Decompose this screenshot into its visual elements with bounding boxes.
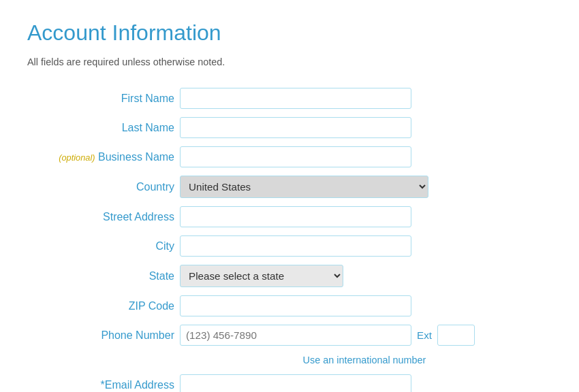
intl-number-row: Use an international number bbox=[27, 350, 552, 370]
first-name-row: First Name bbox=[27, 84, 552, 113]
first-name-label: First Name bbox=[121, 93, 174, 104]
business-name-input[interactable] bbox=[180, 146, 411, 167]
zip-code-row: ZIP Code bbox=[27, 291, 552, 321]
city-row: City bbox=[27, 231, 552, 261]
state-row: State Please select a state Alabama Alas… bbox=[27, 261, 552, 291]
country-row: Country United States Canada United King… bbox=[27, 172, 552, 202]
business-name-label: Business Name bbox=[98, 151, 174, 163]
zip-code-label: ZIP Code bbox=[129, 300, 174, 312]
zip-code-input[interactable] bbox=[180, 295, 411, 316]
street-address-label: Street Address bbox=[103, 211, 174, 223]
last-name-input[interactable] bbox=[180, 117, 411, 138]
email-input[interactable] bbox=[180, 374, 411, 392]
intl-number-link[interactable]: Use an international number bbox=[303, 355, 426, 365]
email-label: *Email Address bbox=[101, 379, 175, 391]
city-label: City bbox=[155, 240, 174, 252]
ext-input[interactable] bbox=[437, 325, 475, 346]
city-input[interactable] bbox=[180, 235, 411, 257]
country-select[interactable]: United States Canada United Kingdom Aust… bbox=[180, 176, 428, 198]
phone-input[interactable] bbox=[180, 325, 411, 346]
phone-row: Ext bbox=[180, 325, 549, 346]
state-label: State bbox=[149, 270, 174, 282]
phone-number-row: Phone Number Ext bbox=[27, 321, 552, 350]
street-address-input[interactable] bbox=[180, 206, 411, 227]
last-name-row: Last Name bbox=[27, 113, 552, 142]
street-address-row: Street Address bbox=[27, 202, 552, 231]
form-subtitle: All fields are required unless otherwise… bbox=[27, 56, 552, 67]
state-select[interactable]: Please select a state Alabama Alaska Ari… bbox=[180, 265, 343, 287]
country-label: Country bbox=[136, 181, 174, 193]
optional-tag: (optional) bbox=[59, 152, 95, 163]
page-title: Account Information bbox=[27, 20, 552, 46]
account-form: First Name Last Name (optional) Business… bbox=[27, 84, 552, 392]
business-name-row: (optional) Business Name bbox=[27, 142, 552, 172]
first-name-input[interactable] bbox=[180, 88, 411, 109]
last-name-label: Last Name bbox=[122, 122, 174, 133]
ext-label: Ext bbox=[417, 329, 432, 341]
phone-number-label: Phone Number bbox=[101, 329, 174, 341]
email-row: *Email Address bbox=[27, 370, 552, 392]
